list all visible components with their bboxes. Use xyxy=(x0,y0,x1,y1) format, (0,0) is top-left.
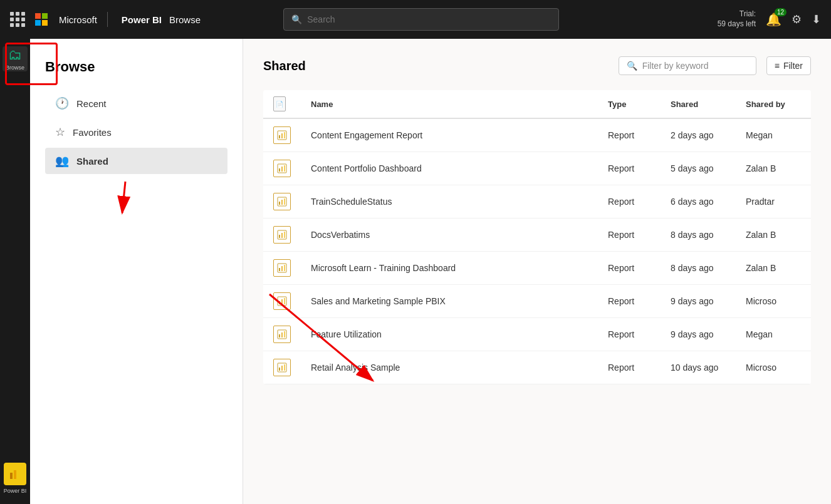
sidebar-item-recent[interactable]: 🕐 Recent xyxy=(45,90,227,116)
col-shared-by[interactable]: Shared by xyxy=(736,90,811,118)
svg-rect-34 xyxy=(284,364,285,371)
sidebar-item-shared[interactable]: 👥 Shared xyxy=(45,148,227,174)
shared-icon: 👥 xyxy=(55,154,69,168)
row-icon-cell xyxy=(263,318,301,351)
col-name[interactable]: Name xyxy=(301,90,598,118)
table-row[interactable]: Content Engagement Report Report 2 days … xyxy=(263,118,811,152)
browse-panel-title: Browse xyxy=(45,59,227,75)
browse-panel: Browse 🕐 Recent ☆ Favorites 👥 Shared xyxy=(30,39,243,504)
favorites-icon: ☆ xyxy=(55,125,65,139)
apps-menu-button[interactable] xyxy=(10,12,25,27)
svg-rect-5 xyxy=(281,133,283,138)
row-shared-date: 8 days ago xyxy=(661,252,736,285)
row-icon-cell xyxy=(263,252,301,285)
row-type: Report xyxy=(598,285,661,318)
row-shared-by: Megan xyxy=(736,318,811,351)
row-shared-by: Megan xyxy=(736,118,811,152)
table-row[interactable]: Sales and Marketing Sample PBIX Report 9… xyxy=(263,285,811,318)
icon-strip: 🗂 Browse Power BI xyxy=(0,39,30,504)
report-icon xyxy=(273,226,291,244)
svg-rect-20 xyxy=(279,268,280,271)
table-row[interactable]: Retail Analysis Sample Report 10 days ag… xyxy=(263,351,811,384)
filter-button[interactable]: ≡ Filter xyxy=(766,56,811,75)
row-icon-cell xyxy=(263,152,301,185)
browse-icon: 🗂 xyxy=(8,47,22,63)
sidebar-item-browse[interactable]: 🗂 Browse xyxy=(3,46,28,71)
report-icon xyxy=(273,160,291,177)
page-name: Browse xyxy=(169,14,201,25)
svg-rect-16 xyxy=(279,235,280,238)
col-icon: 📄 xyxy=(263,90,301,118)
row-shared-date: 9 days ago xyxy=(661,285,736,318)
svg-rect-17 xyxy=(281,233,283,238)
filter-search-icon: 🔍 xyxy=(627,61,637,71)
row-icon-cell xyxy=(263,118,301,152)
row-shared-by: Microso xyxy=(736,285,811,318)
sidebar-item-favorites[interactable]: ☆ Favorites xyxy=(45,119,227,145)
table-row[interactable]: Content Portfolio Dashboard Report 5 day… xyxy=(263,152,811,185)
notifications-button[interactable]: 🔔 12 xyxy=(766,12,781,27)
row-shared-date: 9 days ago xyxy=(661,318,736,351)
filter-lines-icon: ≡ xyxy=(775,61,780,71)
page-title: Shared xyxy=(263,59,306,73)
svg-rect-9 xyxy=(281,167,283,172)
table-row[interactable]: DocsVerbatims Report 8 days ago Zalan B xyxy=(263,219,811,252)
sidebar-bottom: Power BI xyxy=(4,463,27,494)
row-name[interactable]: Content Engagement Report xyxy=(301,118,598,152)
svg-rect-0 xyxy=(10,473,13,479)
report-icon xyxy=(273,259,291,277)
search-input[interactable] xyxy=(307,14,551,24)
microsoft-logo xyxy=(35,13,48,26)
row-name[interactable]: Microsoft Learn - Training Dashboard xyxy=(301,252,598,285)
download-icon[interactable]: ⬇ xyxy=(812,13,821,26)
row-icon-cell xyxy=(263,351,301,384)
brand-name: Microsoft xyxy=(59,14,97,25)
table-row[interactable]: TrainScheduleStatus Report 6 days ago Pr… xyxy=(263,185,811,219)
row-name[interactable]: Sales and Marketing Sample PBIX xyxy=(301,285,598,318)
row-type: Report xyxy=(598,351,661,384)
row-type: Report xyxy=(598,219,661,252)
row-shared-by: Zalan B xyxy=(736,152,811,185)
brand-divider xyxy=(107,12,108,27)
report-icon xyxy=(273,292,291,310)
svg-rect-14 xyxy=(284,198,285,205)
doc-header-icon: 📄 xyxy=(273,96,286,111)
shared-table-container: 📄 Name Type Shared Shared by xyxy=(263,90,811,384)
report-icon xyxy=(273,326,291,343)
trial-info: Trial: 59 days left xyxy=(718,9,756,29)
row-name[interactable]: Feature Utilization xyxy=(301,318,598,351)
row-shared-date: 10 days ago xyxy=(661,351,736,384)
svg-rect-13 xyxy=(281,200,283,205)
row-name[interactable]: Retail Analysis Sample xyxy=(301,351,598,384)
svg-rect-2 xyxy=(18,468,20,479)
favorites-label: Favorites xyxy=(73,127,112,138)
powerbi-home-icon[interactable] xyxy=(4,463,26,485)
row-type: Report xyxy=(598,252,661,285)
table-row[interactable]: Microsoft Learn - Training Dashboard Rep… xyxy=(263,252,811,285)
recent-label: Recent xyxy=(76,98,107,109)
table-row[interactable]: Feature Utilization Report 9 days ago Me… xyxy=(263,318,811,351)
svg-rect-8 xyxy=(279,168,280,172)
col-shared[interactable]: Shared xyxy=(661,90,736,118)
shared-table: 📄 Name Type Shared Shared by xyxy=(263,90,811,384)
keyword-filter-input[interactable]: 🔍 Filter by keyword xyxy=(619,56,756,75)
settings-icon[interactable]: ⚙ xyxy=(792,13,802,26)
row-name[interactable]: TrainScheduleStatus xyxy=(301,185,598,219)
svg-rect-22 xyxy=(284,265,285,271)
report-icon xyxy=(273,193,291,210)
main-layout: 🗂 Browse Power BI Browse 🕐 Recent ☆ Favo… xyxy=(0,39,831,504)
product-name: Power BI xyxy=(122,14,162,25)
row-shared-by: Zalan B xyxy=(736,219,811,252)
notification-badge: 12 xyxy=(775,8,787,16)
row-shared-date: 8 days ago xyxy=(661,219,736,252)
search-icon: 🔍 xyxy=(291,14,302,24)
row-name[interactable]: DocsVerbatims xyxy=(301,219,598,252)
global-search-bar[interactable]: 🔍 xyxy=(283,8,559,31)
shared-label: Shared xyxy=(76,156,108,167)
row-type: Report xyxy=(598,185,661,219)
svg-rect-30 xyxy=(284,331,285,337)
svg-rect-32 xyxy=(279,368,280,371)
content-header: Shared 🔍 Filter by keyword ≡ Filter xyxy=(263,56,811,75)
row-name[interactable]: Content Portfolio Dashboard xyxy=(301,152,598,185)
col-type[interactable]: Type xyxy=(598,90,661,118)
